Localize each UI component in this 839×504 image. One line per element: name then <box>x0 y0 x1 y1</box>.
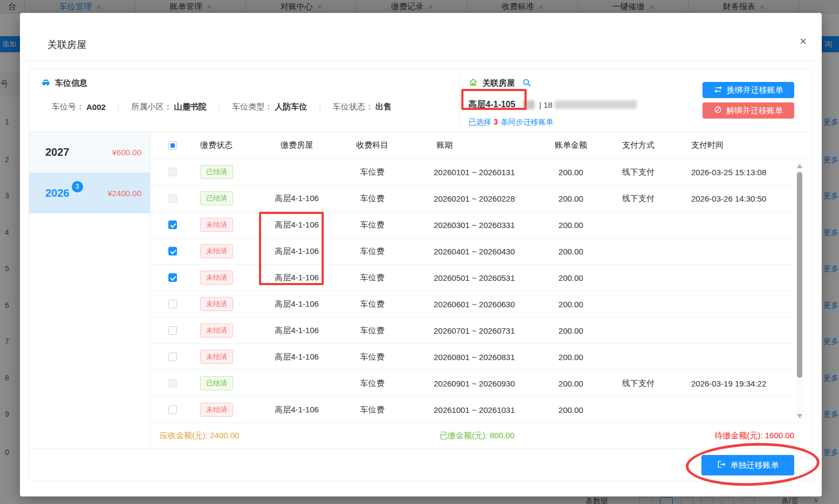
cell-house: 高层4-1-106 <box>275 273 319 283</box>
year-item-2027[interactable]: 2027 ¥600.00 <box>29 132 150 172</box>
single-migrate-button[interactable]: 单独迁移账单 <box>701 455 794 475</box>
row-checkbox[interactable] <box>168 247 177 256</box>
cell-amount: 200.00 <box>558 326 583 335</box>
cell-time: 2026-03-26 14:30:50 <box>691 194 766 203</box>
header-amount: 账单金额 <box>539 132 603 158</box>
table-row: 已结清高层4-1-106车位费20260201 ~ 20260228200.00… <box>151 185 812 212</box>
cell-subject: 车位费 <box>360 405 385 415</box>
cell-amount: 200.00 <box>558 405 583 415</box>
selected-count: 3 <box>494 118 498 126</box>
cell-subject: 车位费 <box>360 220 385 230</box>
parking-status: 出售 <box>376 102 392 112</box>
header-method: 支付方式 <box>603 132 674 158</box>
cell-amount: 200.00 <box>558 300 583 309</box>
scrollbar[interactable] <box>796 161 803 421</box>
cell-amount: 200.00 <box>558 168 583 177</box>
car-icon <box>41 78 51 89</box>
status-badge: 已结清 <box>200 165 233 179</box>
phone-masked <box>555 100 637 109</box>
cell-amount: 200.00 <box>558 273 583 282</box>
unbind-migrate-button[interactable]: 解绑并迁移账单 <box>702 102 794 119</box>
modal-title: 关联房屋 <box>47 38 86 51</box>
unlink-icon <box>714 106 722 115</box>
row-checkbox[interactable] <box>168 194 177 203</box>
parking-type: 人防车位 <box>275 102 307 112</box>
cell-subject: 车位费 <box>360 194 385 204</box>
cell-house: 高层4-1-106 <box>275 194 319 204</box>
cell-method: 线下支付 <box>622 378 654 389</box>
year-label: 2026 3 <box>45 187 70 199</box>
assoc-house-number: 高层4-1-105 <box>468 99 515 111</box>
table-row: 未结清高层4-1-106车位费20260301 ~ 20260331200.00 <box>151 212 812 238</box>
due-amount: 待缴金额(元):1600.00 <box>715 431 794 441</box>
scroll-up-icon[interactable] <box>797 164 802 168</box>
rebind-migrate-button[interactable]: 换绑并迁移账单 <box>702 82 794 98</box>
row-checkbox[interactable] <box>168 405 177 414</box>
select-all-checkbox[interactable] <box>168 141 177 150</box>
modal-panel: 车位信息 车位号： A002 | 所属小区： 山麓书院 | 车位类型： 人防车位… <box>29 68 813 481</box>
header-time: 支付时间 <box>674 132 812 158</box>
cell-method: 线下支付 <box>622 194 654 204</box>
screen: 台车位管理×账单管理×对账中心×缴费记录×收费标准×一键催缴×财务报表× 添加 … <box>0 0 839 504</box>
field-divider: | <box>219 103 221 112</box>
header-house: 缴费房屋 <box>258 132 335 158</box>
assoc-house-modal: 关联房屋 × 车位信息 车位号： A002 | 所属小 <box>20 13 822 496</box>
row-checkbox[interactable] <box>168 326 177 335</box>
cell-house: 高层4-1-106 <box>275 299 319 309</box>
modal-body: 2027 ¥600.00 2026 3 ¥2400.00 缴费状态 <box>29 132 812 448</box>
parking-number: A002 <box>86 102 106 112</box>
scroll-down-icon[interactable] <box>797 414 802 418</box>
export-icon <box>717 460 726 470</box>
year-amount: ¥600.00 <box>112 148 141 157</box>
cell-period: 20260301 ~ 20260331 <box>434 220 515 230</box>
cell-period: 20260801 ~ 20260831 <box>434 353 515 362</box>
table-row: 未结清高层4-1-106车位费20260701 ~ 20260731200.00 <box>151 317 812 344</box>
field-divider: | <box>319 103 321 112</box>
scrollbar-thumb[interactable] <box>797 172 802 378</box>
table-row: 未结清高层4-1-106车位费20260601 ~ 20260630200.00 <box>151 291 812 317</box>
info-section: 车位信息 车位号： A002 | 所属小区： 山麓书院 | 车位类型： 人防车位… <box>29 69 812 132</box>
close-icon[interactable]: × <box>800 36 807 47</box>
modal-footer: 单独迁移账单 <box>29 448 812 481</box>
cell-subject: 车位费 <box>360 378 385 389</box>
cell-house: 高层4-1-106 <box>275 326 319 336</box>
field-label: 车位状态： <box>333 102 373 112</box>
cell-amount: 200.00 <box>558 247 583 256</box>
cell-method: 线下支付 <box>622 167 654 177</box>
selected-note: 已选择3条同步迁移账单 <box>468 118 812 127</box>
status-badge: 未结清 <box>200 244 233 258</box>
table-row: 未结清高层4-1-106车位费20260401 ~ 20260430200.00 <box>151 238 812 265</box>
parking-fields: 车位号： A002 | 所属小区： 山麓书院 | 车位类型： 人防车位 | 车位… <box>52 102 459 112</box>
year-sidebar: 2027 ¥600.00 2026 3 ¥2400.00 <box>29 132 151 448</box>
row-checkbox[interactable] <box>168 220 177 229</box>
cell-subject: 车位费 <box>360 273 385 283</box>
owner-name-masked <box>523 100 535 109</box>
status-badge: 未结清 <box>200 350 233 364</box>
cell-period: 20260201 ~ 20260228 <box>434 194 515 203</box>
cell-house: 高层4-1-106 <box>275 405 319 415</box>
row-checkbox[interactable] <box>168 300 177 308</box>
cell-subject: 车位费 <box>360 246 385 257</box>
cell-house: 高层4-1-106 <box>275 352 319 362</box>
row-checkbox[interactable] <box>168 379 177 388</box>
header-period: 账期 <box>410 132 539 158</box>
year-amount: ¥2400.00 <box>107 189 141 198</box>
table-row: 已结清车位费20260901 ~ 20260930200.00线下支付2026-… <box>151 370 812 397</box>
year-item-2026[interactable]: 2026 3 ¥2400.00 <box>29 172 150 213</box>
count-badge: 3 <box>72 181 83 192</box>
receivable-amount: 应收金额(元):2400.00 <box>160 431 239 441</box>
field-divider: | <box>118 103 120 112</box>
search-icon[interactable] <box>522 78 531 89</box>
home-icon <box>468 78 478 89</box>
parking-info-title: 车位信息 <box>55 78 87 88</box>
row-checkbox[interactable] <box>168 273 177 282</box>
cell-subject: 车位费 <box>360 167 385 177</box>
status-badge: 未结清 <box>200 297 233 311</box>
row-checkbox[interactable] <box>168 168 177 176</box>
table-row: 未结清高层4-1-106车位费20260501 ~ 20260531200.00 <box>151 265 812 291</box>
row-checkbox[interactable] <box>168 353 177 361</box>
table-row: 未结清高层4-1-106车位费20261001 ~ 20261031200.00 <box>151 397 812 423</box>
cell-period: 20260101 ~ 20260131 <box>434 168 515 177</box>
cell-period: 20260601 ~ 20260630 <box>434 300 515 309</box>
field-label: 所属小区： <box>132 102 172 112</box>
